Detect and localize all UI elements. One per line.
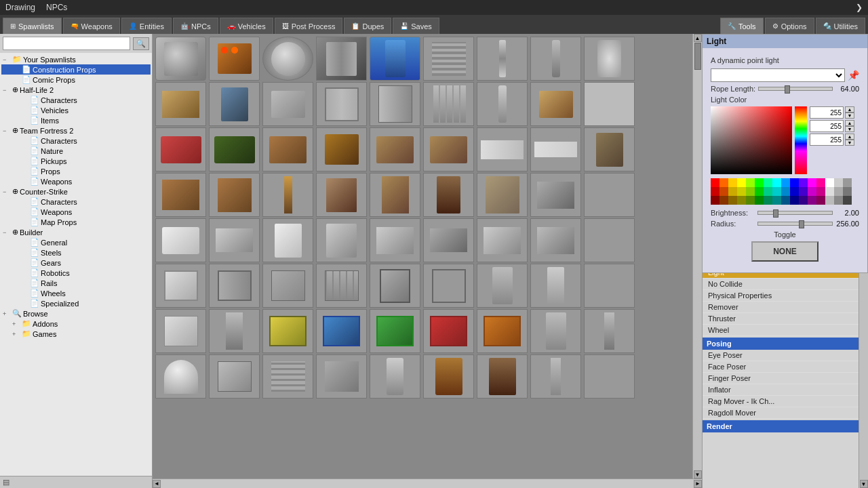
scroll-left-button[interactable]: ◄ (153, 480, 161, 488)
tree-item-hl2-items[interactable]: 📄 Items (1, 115, 151, 125)
construction-physical-properties[interactable]: Physical Properties (703, 290, 868, 302)
tab-weapons[interactable]: 🔫 Weapons (63, 18, 120, 34)
grid-item[interactable] (530, 264, 581, 308)
grid-item[interactable] (423, 127, 474, 171)
tree-item-builder-steels[interactable]: 📄 Steels (1, 247, 151, 258)
tree-item-addons[interactable]: + 📁 Addons (1, 319, 151, 329)
color-swatch[interactable] (816, 196, 825, 205)
color-swatch[interactable] (755, 187, 764, 196)
tree-item-cs-characters[interactable]: 📄 Characters (1, 197, 151, 207)
color-swatch[interactable] (772, 196, 781, 205)
construction-remover[interactable]: Remover (703, 302, 868, 313)
color-swatch[interactable] (764, 187, 772, 196)
grid-item[interactable] (584, 82, 635, 126)
color-swatch[interactable] (772, 187, 781, 196)
tab-tools[interactable]: 🔧 Tools (720, 18, 764, 34)
color-swatch[interactable] (808, 187, 816, 196)
grid-item[interactable] (477, 309, 528, 353)
grid-item[interactable] (155, 354, 206, 399)
grid-item[interactable] (155, 127, 206, 171)
grid-item[interactable] (370, 354, 420, 399)
grid-item[interactable] (530, 127, 581, 171)
color-swatch[interactable] (834, 196, 843, 205)
color-swatch[interactable] (764, 178, 772, 187)
construction-wheel[interactable]: Wheel (703, 325, 868, 336)
grid-item[interactable] (262, 173, 313, 217)
search-input[interactable] (3, 37, 130, 50)
right-scroll-down[interactable]: ▼ (860, 480, 868, 488)
grid-item[interactable] (584, 37, 635, 81)
rgb-g-up[interactable]: ▲ (845, 120, 854, 126)
brightness-slider[interactable] (757, 211, 833, 215)
grid-item[interactable] (370, 309, 420, 353)
grid-item[interactable] (370, 264, 420, 308)
color-swatch[interactable] (781, 178, 790, 187)
brightness-thumb[interactable] (773, 209, 778, 218)
posing-finger-poser[interactable]: Finger Poser (703, 373, 868, 384)
grid-item[interactable] (530, 82, 581, 126)
hue-bar[interactable] (795, 106, 807, 174)
color-swatch[interactable] (843, 196, 852, 205)
grid-item[interactable] (477, 264, 528, 308)
grid-item[interactable] (370, 173, 420, 217)
posing-rag-mover[interactable]: Rag Mover - Ik Ch... (703, 396, 868, 407)
scroll-up-button[interactable]: ▲ (694, 34, 702, 42)
grid-item[interactable] (262, 37, 313, 81)
grid-item[interactable] (316, 264, 367, 308)
color-swatch[interactable] (764, 196, 772, 205)
tab-options[interactable]: ⚙ Options (765, 18, 814, 34)
grid-item[interactable] (584, 173, 635, 217)
color-swatch[interactable] (781, 196, 790, 205)
tree-item-builder-general[interactable]: 📄 General (1, 237, 151, 247)
tree-item-comic-props[interactable]: 📄 Comic Props (1, 75, 151, 85)
grid-item[interactable] (423, 218, 474, 262)
tree-item-games[interactable]: + 📁 Games (1, 329, 151, 339)
color-swatch[interactable] (728, 178, 737, 187)
color-swatch[interactable] (746, 178, 755, 187)
radius-thumb[interactable] (799, 220, 804, 228)
grid-item[interactable] (477, 127, 528, 171)
grid-item[interactable] (530, 37, 581, 81)
rgb-r-up[interactable]: ▲ (845, 106, 854, 113)
color-swatch[interactable] (772, 178, 781, 187)
grid-item[interactable] (262, 82, 313, 126)
tree-item-tf2-pickups[interactable]: 📄 Pickups (1, 156, 151, 166)
grid-item[interactable] (477, 354, 528, 399)
radius-slider[interactable] (757, 222, 833, 226)
grid-item[interactable] (423, 309, 474, 353)
rgb-b-up[interactable]: ▲ (845, 134, 854, 140)
grid-item[interactable] (477, 218, 528, 262)
color-swatch[interactable] (799, 196, 808, 205)
color-swatch[interactable] (746, 187, 755, 196)
tab-postprocess[interactable]: 🖼 Post Process (275, 18, 343, 34)
grid-item[interactable] (584, 354, 635, 399)
posing-ragdoll-mover[interactable]: Ragdoll Mover (703, 407, 868, 419)
grid-item[interactable] (262, 354, 313, 399)
tab-spawnlists[interactable]: ⊞ Spawnlists (3, 18, 62, 34)
rgb-r-input[interactable] (810, 106, 844, 119)
grid-item[interactable] (477, 37, 528, 81)
grid-item[interactable] (370, 82, 420, 126)
grid-item[interactable] (155, 218, 206, 262)
rope-length-slider[interactable] (758, 87, 833, 91)
grid-item[interactable] (530, 218, 581, 262)
tree-item-builder-robotics[interactable]: 📄 Robotics (1, 268, 151, 278)
rgb-b-down[interactable]: ▼ (845, 140, 854, 146)
grid-item[interactable] (316, 309, 367, 353)
menu-drawing[interactable]: Drawing (5, 3, 35, 12)
color-swatch[interactable] (711, 187, 719, 196)
color-swatch[interactable] (790, 196, 799, 205)
rgb-g-down[interactable]: ▼ (845, 126, 854, 132)
color-swatch[interactable] (711, 178, 719, 187)
menu-npcs[interactable]: NPCs (46, 3, 67, 12)
color-swatch[interactable] (825, 178, 834, 187)
grid-item[interactable] (209, 218, 260, 262)
tree-item-tf2-weapons[interactable]: 📄 Weapons (1, 176, 151, 186)
tab-vehicles[interactable]: 🚗 Vehicles (220, 18, 273, 34)
grid-item[interactable] (370, 218, 420, 262)
grid-item[interactable] (423, 264, 474, 308)
grid-item[interactable] (316, 354, 367, 399)
tab-saves[interactable]: 💾 Saves (393, 18, 439, 34)
construction-no-collide[interactable]: No Collide (703, 279, 868, 290)
construction-thruster[interactable]: Thruster (703, 313, 868, 325)
